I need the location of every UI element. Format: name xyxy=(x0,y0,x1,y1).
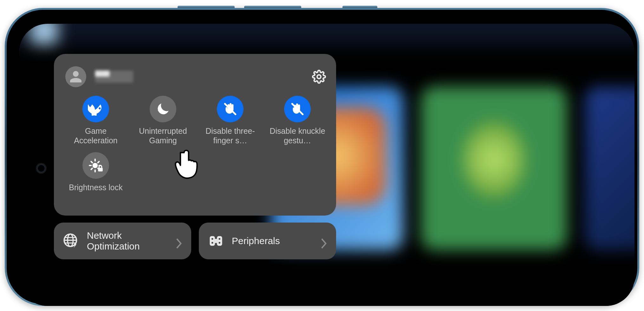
svg-rect-24 xyxy=(219,242,220,243)
svg-point-0 xyxy=(317,75,321,79)
svg-rect-20 xyxy=(215,239,217,243)
svg-line-11 xyxy=(98,162,99,163)
svg-rect-12 xyxy=(98,168,103,171)
svg-point-3 xyxy=(93,163,98,168)
toggle-label: Game Acceleration xyxy=(63,126,128,145)
game-assistant-overlay: ████ Game Acceleration xyxy=(54,54,336,259)
toggle-disable-knuckle-gestures[interactable]: Disable knuckle gestu… xyxy=(265,96,330,145)
toggle-brightness-lock[interactable]: Brightness lock xyxy=(63,152,128,192)
hand-pointer-cursor xyxy=(173,149,200,181)
svg-line-8 xyxy=(91,162,92,163)
svg-point-21 xyxy=(211,238,213,240)
settings-button[interactable] xyxy=(311,69,327,84)
card-label: Network Optimization xyxy=(87,230,175,252)
svg-rect-23 xyxy=(211,242,213,243)
toggle-game-acceleration[interactable]: Game Acceleration xyxy=(63,96,128,145)
three-finger-off-icon xyxy=(217,96,244,122)
chevron-right-icon xyxy=(175,237,183,245)
rocket-icon xyxy=(82,96,109,122)
cards-row: Network Optimization xyxy=(54,223,336,259)
screen: ████ Game Acceleration xyxy=(19,24,634,306)
phone-frame: ████ Game Acceleration xyxy=(5,8,639,306)
svg-rect-19 xyxy=(217,236,222,246)
quick-toggles-panel: ████ Game Acceleration xyxy=(54,54,336,216)
gear-icon xyxy=(312,70,326,84)
chevron-right-icon xyxy=(320,237,328,245)
toggle-label: Disable three-finger s… xyxy=(198,126,263,145)
toggle-uninterrupted-gaming[interactable]: Uninterrupted Gaming xyxy=(131,96,195,145)
front-camera xyxy=(37,164,45,172)
toggle-disable-three-finger[interactable]: Disable three-finger s… xyxy=(198,96,263,145)
svg-point-22 xyxy=(218,238,220,240)
toggle-label: Disable knuckle gestu… xyxy=(265,126,330,145)
username-obscured: ████ xyxy=(95,71,133,83)
toggle-label: Uninterrupted Gaming xyxy=(131,126,195,145)
svg-line-10 xyxy=(91,168,92,170)
card-label: Peripherals xyxy=(232,236,320,246)
panel-header: ████ xyxy=(63,64,327,89)
brightness-lock-icon xyxy=(82,152,109,179)
globe-bolt-icon xyxy=(62,232,80,250)
network-optimization-card[interactable]: Network Optimization xyxy=(54,223,191,259)
toggle-label: Brightness lock xyxy=(69,183,123,192)
knuckle-off-icon xyxy=(284,96,311,122)
svg-rect-18 xyxy=(210,236,215,246)
peripherals-card[interactable]: Peripherals xyxy=(199,223,336,259)
controller-icon xyxy=(207,232,225,250)
person-icon xyxy=(69,70,83,84)
user-avatar[interactable] xyxy=(65,66,86,87)
moon-dnd-icon xyxy=(150,96,176,122)
